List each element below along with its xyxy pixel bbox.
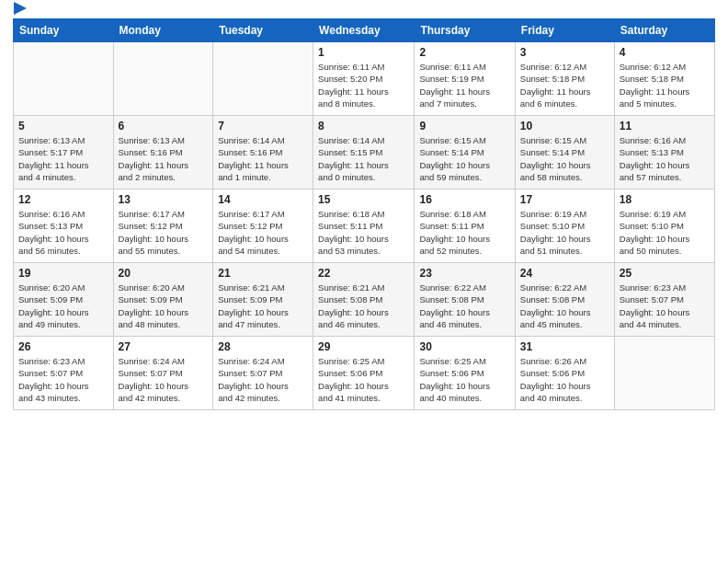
- day-number: 7: [218, 120, 308, 132]
- day-number: 27: [119, 340, 209, 353]
- day-number: 17: [520, 193, 609, 206]
- day-info: Sunrise: 6:14 AM Sunset: 5:16 PM Dayligh…: [218, 134, 308, 183]
- calendar-cell: 8Sunrise: 6:14 AM Sunset: 5:15 PM Daylig…: [313, 116, 415, 190]
- day-info: Sunrise: 6:11 AM Sunset: 5:20 PM Dayligh…: [318, 61, 409, 109]
- calendar-cell: 25Sunrise: 6:23 AM Sunset: 5:07 PM Dayli…: [614, 263, 714, 337]
- calendar-week-row: 5Sunrise: 6:13 AM Sunset: 5:17 PM Daylig…: [14, 116, 715, 190]
- calendar-cell: 9Sunrise: 6:15 AM Sunset: 5:14 PM Daylig…: [415, 116, 515, 190]
- day-info: Sunrise: 6:25 AM Sunset: 5:06 PM Dayligh…: [419, 355, 509, 404]
- day-number: 9: [419, 120, 509, 132]
- day-info: Sunrise: 6:20 AM Sunset: 5:09 PM Dayligh…: [119, 282, 209, 330]
- day-number: 14: [218, 193, 308, 206]
- day-info: Sunrise: 6:22 AM Sunset: 5:08 PM Dayligh…: [419, 282, 509, 330]
- day-number: 24: [520, 267, 609, 280]
- calendar-week-row: 26Sunrise: 6:23 AM Sunset: 5:07 PM Dayli…: [14, 337, 715, 410]
- day-number: 25: [620, 267, 710, 280]
- calendar-cell: [113, 42, 213, 116]
- day-info: Sunrise: 6:16 AM Sunset: 5:13 PM Dayligh…: [18, 208, 108, 257]
- calendar-cell: 1Sunrise: 6:11 AM Sunset: 5:20 PM Daylig…: [313, 42, 415, 116]
- calendar-header-monday: Monday: [113, 19, 213, 42]
- calendar-cell: 7Sunrise: 6:14 AM Sunset: 5:16 PM Daylig…: [213, 116, 313, 190]
- day-number: 13: [119, 193, 209, 206]
- day-info: Sunrise: 6:24 AM Sunset: 5:07 PM Dayligh…: [218, 355, 308, 404]
- calendar-cell: 26Sunrise: 6:23 AM Sunset: 5:07 PM Dayli…: [14, 337, 114, 410]
- day-number: 4: [620, 46, 710, 59]
- calendar-cell: 10Sunrise: 6:15 AM Sunset: 5:14 PM Dayli…: [515, 116, 614, 190]
- calendar-cell: 3Sunrise: 6:12 AM Sunset: 5:18 PM Daylig…: [515, 42, 614, 116]
- day-number: 15: [318, 193, 409, 206]
- calendar-header-thursday: Thursday: [415, 19, 515, 42]
- day-info: Sunrise: 6:11 AM Sunset: 5:19 PM Dayligh…: [419, 61, 509, 109]
- calendar-cell: 18Sunrise: 6:19 AM Sunset: 5:10 PM Dayli…: [614, 190, 714, 263]
- day-info: Sunrise: 6:17 AM Sunset: 5:12 PM Dayligh…: [218, 208, 308, 257]
- day-number: 11: [620, 120, 710, 132]
- day-info: Sunrise: 6:13 AM Sunset: 5:17 PM Dayligh…: [18, 134, 108, 183]
- day-number: 28: [218, 340, 308, 353]
- day-info: Sunrise: 6:16 AM Sunset: 5:13 PM Dayligh…: [620, 134, 710, 183]
- day-info: Sunrise: 6:13 AM Sunset: 5:16 PM Dayligh…: [119, 134, 209, 183]
- day-number: 29: [318, 340, 409, 353]
- calendar-cell: 6Sunrise: 6:13 AM Sunset: 5:16 PM Daylig…: [113, 116, 213, 190]
- day-info: Sunrise: 6:26 AM Sunset: 5:06 PM Dayligh…: [520, 355, 609, 404]
- day-info: Sunrise: 6:15 AM Sunset: 5:14 PM Dayligh…: [419, 134, 509, 183]
- day-number: 10: [520, 120, 609, 132]
- day-number: 20: [119, 267, 209, 280]
- day-info: Sunrise: 6:20 AM Sunset: 5:09 PM Dayligh…: [18, 282, 108, 330]
- calendar-header-row: SundayMondayTuesdayWednesdayThursdayFrid…: [14, 19, 715, 42]
- day-number: 21: [218, 267, 308, 280]
- day-info: Sunrise: 6:21 AM Sunset: 5:09 PM Dayligh…: [218, 282, 308, 330]
- calendar-cell: 20Sunrise: 6:20 AM Sunset: 5:09 PM Dayli…: [113, 263, 213, 337]
- main-container: SundayMondayTuesdayWednesdayThursdayFrid…: [0, 0, 728, 419]
- day-number: 3: [520, 46, 609, 59]
- calendar-cell: 28Sunrise: 6:24 AM Sunset: 5:07 PM Dayli…: [213, 337, 313, 410]
- day-number: 22: [318, 267, 409, 280]
- day-info: Sunrise: 6:24 AM Sunset: 5:07 PM Dayligh…: [119, 355, 209, 404]
- day-info: Sunrise: 6:17 AM Sunset: 5:12 PM Dayligh…: [119, 208, 209, 257]
- day-info: Sunrise: 6:25 AM Sunset: 5:06 PM Dayligh…: [318, 355, 409, 404]
- calendar-header-sunday: Sunday: [14, 19, 114, 42]
- day-info: Sunrise: 6:15 AM Sunset: 5:14 PM Dayligh…: [520, 134, 609, 183]
- calendar-cell: [213, 42, 313, 116]
- day-info: Sunrise: 6:12 AM Sunset: 5:18 PM Dayligh…: [620, 61, 710, 109]
- calendar-cell: 31Sunrise: 6:26 AM Sunset: 5:06 PM Dayli…: [515, 337, 614, 410]
- day-info: Sunrise: 6:18 AM Sunset: 5:11 PM Dayligh…: [318, 208, 409, 257]
- calendar-cell: 16Sunrise: 6:18 AM Sunset: 5:11 PM Dayli…: [415, 190, 515, 263]
- day-number: 18: [620, 193, 710, 206]
- day-info: Sunrise: 6:22 AM Sunset: 5:08 PM Dayligh…: [520, 282, 609, 330]
- calendar-week-row: 19Sunrise: 6:20 AM Sunset: 5:09 PM Dayli…: [14, 263, 715, 337]
- day-number: 16: [419, 193, 509, 206]
- calendar-cell: 14Sunrise: 6:17 AM Sunset: 5:12 PM Dayli…: [213, 190, 313, 263]
- calendar-cell: 24Sunrise: 6:22 AM Sunset: 5:08 PM Dayli…: [515, 263, 614, 337]
- calendar-cell: 11Sunrise: 6:16 AM Sunset: 5:13 PM Dayli…: [614, 116, 714, 190]
- calendar-table: SundayMondayTuesdayWednesdayThursdayFrid…: [13, 18, 715, 410]
- calendar-week-row: 12Sunrise: 6:16 AM Sunset: 5:13 PM Dayli…: [14, 190, 715, 263]
- calendar-cell: 4Sunrise: 6:12 AM Sunset: 5:18 PM Daylig…: [614, 42, 714, 116]
- day-number: 30: [419, 340, 509, 353]
- day-info: Sunrise: 6:12 AM Sunset: 5:18 PM Dayligh…: [520, 61, 609, 109]
- calendar-cell: 19Sunrise: 6:20 AM Sunset: 5:09 PM Dayli…: [14, 263, 114, 337]
- day-info: Sunrise: 6:19 AM Sunset: 5:10 PM Dayligh…: [620, 208, 710, 257]
- calendar-header-saturday: Saturday: [614, 19, 714, 42]
- calendar-cell: 27Sunrise: 6:24 AM Sunset: 5:07 PM Dayli…: [113, 337, 213, 410]
- day-info: Sunrise: 6:14 AM Sunset: 5:15 PM Dayligh…: [318, 134, 409, 183]
- day-number: 8: [318, 120, 409, 132]
- calendar-cell: 17Sunrise: 6:19 AM Sunset: 5:10 PM Dayli…: [515, 190, 614, 263]
- day-number: 5: [18, 120, 108, 132]
- day-number: 6: [119, 120, 209, 132]
- day-info: Sunrise: 6:21 AM Sunset: 5:08 PM Dayligh…: [318, 282, 409, 330]
- day-number: 12: [18, 193, 108, 206]
- calendar-cell: 23Sunrise: 6:22 AM Sunset: 5:08 PM Dayli…: [415, 263, 515, 337]
- calendar-cell: 5Sunrise: 6:13 AM Sunset: 5:17 PM Daylig…: [14, 116, 114, 190]
- day-number: 23: [419, 267, 509, 280]
- day-number: 2: [419, 46, 509, 59]
- logo-arrow-icon: [14, 2, 27, 15]
- day-number: 1: [318, 46, 409, 59]
- calendar-header-friday: Friday: [515, 19, 614, 42]
- day-number: 19: [18, 267, 108, 280]
- calendar-header-tuesday: Tuesday: [213, 19, 313, 42]
- calendar-cell: 22Sunrise: 6:21 AM Sunset: 5:08 PM Dayli…: [313, 263, 415, 337]
- calendar-cell: 13Sunrise: 6:17 AM Sunset: 5:12 PM Dayli…: [113, 190, 213, 263]
- day-number: 31: [520, 340, 609, 353]
- calendar-cell: 21Sunrise: 6:21 AM Sunset: 5:09 PM Dayli…: [213, 263, 313, 337]
- day-info: Sunrise: 6:19 AM Sunset: 5:10 PM Dayligh…: [520, 208, 609, 257]
